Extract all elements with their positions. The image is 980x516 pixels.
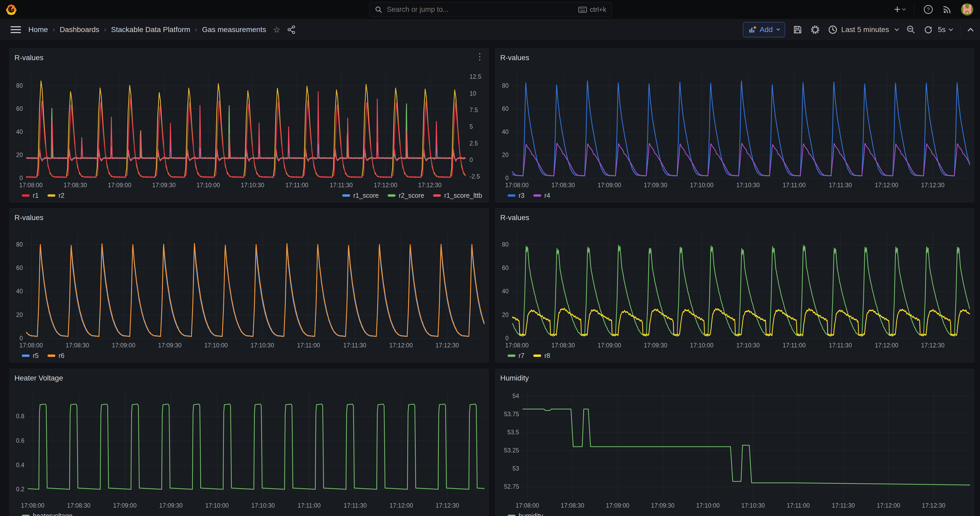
dashboard-settings-gear-icon[interactable] [810, 25, 820, 35]
divider [914, 5, 915, 14]
legend-item[interactable]: r6 [48, 352, 64, 360]
legend-item[interactable]: r8 [533, 352, 550, 360]
chevron-down-icon [895, 27, 899, 31]
legend-item[interactable]: heatervoltage [22, 512, 73, 516]
panel-r-values-4: R-values r7 r8 [495, 208, 974, 362]
chart-canvas[interactable] [495, 63, 974, 190]
clock-icon [828, 25, 837, 34]
panel-legend: r1 r2 r1_score r2_score r1_score_lttb [10, 190, 488, 202]
search-icon [375, 6, 383, 14]
dashboard-header-bar: Home › Dashboards › Stackable Data Platf… [0, 19, 980, 40]
search-input[interactable]: ctrl+k [369, 2, 612, 17]
refresh-button[interactable] [924, 25, 933, 34]
chart-canvas[interactable] [495, 223, 974, 350]
panel-title[interactable]: R-values [14, 213, 43, 222]
breadcrumb-current[interactable]: Gas measurements [202, 25, 266, 34]
legend-item[interactable]: r3 [508, 192, 524, 199]
divider [960, 25, 961, 35]
chart-canvas[interactable] [10, 384, 488, 511]
chevron-up-icon[interactable] [968, 27, 974, 33]
search-field[interactable] [386, 5, 578, 14]
plus-icon: + [894, 4, 900, 15]
panel-r-values-2: R-values r3 r4 [495, 48, 974, 202]
chevron-down-icon [776, 27, 780, 30]
breadcrumb-home[interactable]: Home [29, 25, 48, 34]
menu-toggle-icon[interactable] [11, 26, 21, 33]
chart-canvas[interactable] [495, 384, 974, 511]
top-nav-bar: ctrl+k + ? [0, 0, 980, 19]
help-icon[interactable]: ? [923, 5, 933, 14]
panel-title[interactable]: R-values [500, 54, 529, 62]
svg-text:?: ? [927, 6, 930, 12]
news-rss-icon[interactable] [942, 5, 952, 14]
chevron-down-icon [902, 7, 906, 11]
panel-legend: r3 r4 [495, 190, 974, 202]
new-menu-button[interactable]: + [894, 4, 905, 15]
legend-item[interactable]: r1 [22, 192, 38, 199]
breadcrumb-dashboards[interactable]: Dashboards [60, 25, 99, 34]
panel-title[interactable]: R-values [500, 213, 529, 222]
legend-item[interactable]: r5 [22, 352, 38, 360]
chart-canvas[interactable] [10, 223, 488, 350]
panel-title[interactable]: Humidity [500, 374, 529, 382]
panel-heater-voltage: Heater Voltage heatervoltage [10, 369, 489, 516]
add-button[interactable]: Add [743, 22, 785, 37]
legend-item[interactable]: r1_score [342, 192, 379, 199]
chevron-down-icon [949, 27, 953, 31]
share-icon[interactable] [287, 25, 296, 34]
breadcrumb-separator: › [52, 25, 56, 33]
keyboard-icon [578, 6, 587, 13]
panel-legend: r7 r8 [495, 350, 974, 362]
legend-item[interactable]: humidity [508, 512, 543, 516]
add-panel-icon [749, 26, 756, 33]
breadcrumb: Home › Dashboards › Stackable Data Platf… [29, 25, 266, 34]
save-dashboard-icon[interactable] [793, 25, 802, 34]
panel-menu-icon[interactable]: ⋮ [475, 51, 484, 62]
refresh-icon [924, 25, 933, 34]
grafana-logo-icon[interactable] [5, 3, 18, 16]
legend-item[interactable]: r2 [48, 192, 64, 199]
panel-title[interactable]: Heater Voltage [14, 374, 63, 382]
legend-item[interactable]: r4 [533, 192, 550, 199]
panel-title[interactable]: R-values [14, 54, 43, 62]
panel-legend: r5 r6 [10, 350, 488, 362]
panel-humidity: Humidity humidity [495, 369, 974, 516]
legend-item[interactable]: r7 [508, 352, 524, 360]
chart-canvas[interactable] [10, 63, 488, 190]
breadcrumb-folder[interactable]: Stackable Data Platform [111, 25, 190, 34]
panel-r-values-1: R-values ⋮ r1 r2 r1_score r2_score r1_sc… [10, 48, 489, 202]
user-avatar[interactable] [961, 3, 973, 16]
search-shortcut: ctrl+k [590, 5, 606, 14]
breadcrumb-separator: › [103, 25, 107, 33]
legend-item[interactable]: r1_score_lttb [433, 192, 482, 199]
zoom-out-icon[interactable] [906, 25, 916, 34]
favorite-star-icon[interactable]: ☆ [273, 25, 280, 35]
refresh-interval-picker[interactable]: 5s [938, 25, 953, 34]
refresh-interval-label: 5s [938, 25, 946, 34]
panel-r-values-3: R-values r5 r6 [10, 208, 489, 362]
panel-legend: humidity [495, 511, 974, 516]
legend-item[interactable]: r2_score [388, 192, 424, 199]
time-range-picker[interactable]: Last 5 minutes [828, 25, 898, 34]
time-range-label: Last 5 minutes [841, 25, 889, 34]
breadcrumb-separator: › [194, 25, 198, 33]
panel-legend: heatervoltage [10, 511, 488, 516]
